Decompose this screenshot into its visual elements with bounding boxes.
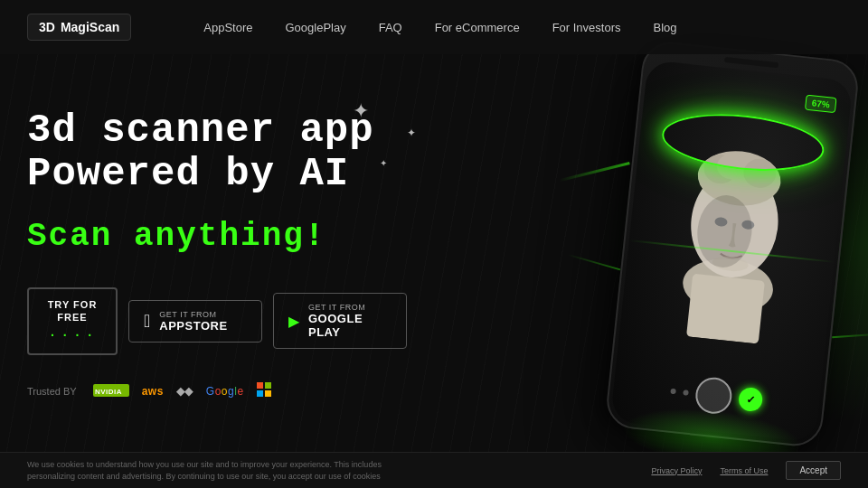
nav-blog[interactable]: Blog — [653, 21, 676, 34]
nvidia-logo: NVIDIA — [93, 384, 129, 399]
try-free-button[interactable]: TRY FOR FREE · · · · — [27, 287, 118, 355]
accept-cookies-button[interactable]: Accept — [786, 461, 841, 480]
navbar: 3D MagiScan AppStore GooglePlay FAQ For … — [0, 0, 868, 54]
scan-dot-2 — [683, 389, 689, 396]
terms-of-use-link[interactable]: Terms of Use — [720, 466, 768, 475]
nav-faq[interactable]: FAQ — [379, 21, 402, 34]
hero-title: 3d scanner app Powered by AI — [27, 108, 407, 196]
svg-rect-3 — [265, 382, 271, 389]
hero-subtitle: Scan anything! — [27, 218, 407, 255]
google-logo: Google — [206, 385, 244, 398]
nav-investors[interactable]: For Investors — [552, 21, 621, 34]
privacy-policy-link[interactable]: Privacy Policy — [651, 466, 702, 475]
capture-button — [693, 376, 733, 416]
vj-logo: ◆◆ — [176, 385, 193, 398]
cookie-links: Privacy Policy Terms of Use Accept — [651, 461, 841, 480]
trusted-section: Trusted BY NVIDIA aws ◆◆ Google — [27, 382, 407, 400]
googleplay-icon: ▶ — [288, 313, 299, 330]
nav-ecommerce[interactable]: For eCommerce — [435, 21, 520, 34]
phone-screen: ✓ 67% — [610, 60, 854, 443]
phone-notch — [724, 57, 778, 68]
logo-prefix: 3D — [39, 20, 55, 34]
trusted-label: Trusted BY — [27, 386, 77, 397]
svg-rect-2 — [257, 382, 263, 389]
cookie-text: We use cookies to understand how you use… — [27, 459, 389, 482]
scan-controls: ✓ — [669, 373, 765, 418]
logo[interactable]: 3D MagiScan — [27, 14, 131, 41]
svg-rect-4 — [257, 390, 263, 397]
nav-links: AppStore GooglePlay FAQ For eCommerce Fo… — [203, 19, 676, 35]
scan-percentage: 67% — [805, 95, 837, 113]
confirm-button: ✓ — [738, 387, 764, 413]
microsoft-logo — [257, 382, 271, 400]
cta-buttons: TRY FOR FREE · · · ·  GET IT FROM APPST… — [27, 287, 407, 355]
appstore-button[interactable]:  GET IT FROM APPSTORE — [128, 300, 262, 343]
nav-appstore[interactable]: AppStore — [203, 21, 252, 34]
aws-logo: aws — [142, 385, 164, 398]
trusted-logos: NVIDIA aws ◆◆ Google — [93, 382, 271, 400]
cookie-bar: We use cookies to understand how you use… — [0, 452, 868, 488]
svg-rect-5 — [265, 390, 271, 397]
logo-name: MagiScan — [61, 20, 119, 34]
nav-googleplay[interactable]: GooglePlay — [285, 21, 345, 34]
scan-dot-1 — [670, 389, 676, 395]
googleplay-button[interactable]: ▶ GET IT FROM GOOGLE PLAY — [273, 293, 407, 349]
svg-rect-7 — [686, 274, 765, 344]
apple-icon:  — [144, 311, 150, 332]
svg-text:NVIDIA: NVIDIA — [95, 388, 122, 396]
phone-mockup: ✓ 67% — [604, 40, 861, 449]
hero-left: 3d scanner app Powered by AI Scan anythi… — [27, 90, 407, 400]
